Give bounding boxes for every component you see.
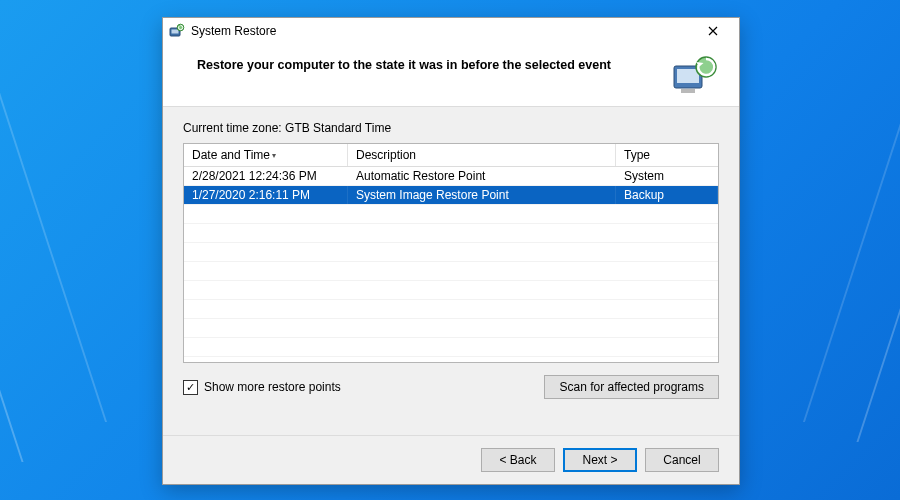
svg-rect-1 (172, 30, 179, 34)
svg-rect-5 (681, 89, 695, 93)
system-restore-icon (169, 23, 185, 39)
show-more-checkbox[interactable]: ✓ Show more restore points (183, 380, 341, 395)
next-button[interactable]: Next > (563, 448, 637, 472)
wizard-footer: < Back Next > Cancel (163, 435, 739, 484)
close-button[interactable] (693, 18, 733, 44)
column-header-date[interactable]: Date and Time▾ (184, 144, 348, 166)
table-row[interactable]: 2/28/2021 12:24:36 PM Automatic Restore … (184, 167, 718, 186)
checkbox-icon: ✓ (183, 380, 198, 395)
cell-date: 1/27/2020 2:16:11 PM (184, 186, 348, 204)
restore-points-table[interactable]: Date and Time▾ Description Type 2/28/202… (183, 143, 719, 363)
timezone-label: Current time zone: GTB Standard Time (183, 121, 719, 135)
cancel-button[interactable]: Cancel (645, 448, 719, 472)
content-area: Current time zone: GTB Standard Time Dat… (163, 107, 739, 435)
column-header-description[interactable]: Description (348, 144, 616, 166)
cell-type: Backup (616, 186, 718, 204)
svg-rect-4 (677, 69, 699, 83)
show-more-label: Show more restore points (204, 380, 341, 394)
sort-desc-icon: ▾ (272, 151, 276, 160)
system-restore-window: System Restore Restore your computer to … (162, 17, 740, 485)
column-header-type[interactable]: Type (616, 144, 718, 166)
restore-hero-icon (671, 54, 719, 98)
column-header-date-label: Date and Time (192, 148, 270, 162)
page-heading: Restore your computer to the state it wa… (197, 54, 671, 72)
cell-description: Automatic Restore Point (348, 167, 616, 185)
column-header-desc-label: Description (356, 148, 416, 162)
titlebar[interactable]: System Restore (163, 18, 739, 44)
cell-date: 2/28/2021 12:24:36 PM (184, 167, 348, 185)
table-header[interactable]: Date and Time▾ Description Type (184, 144, 718, 167)
back-button[interactable]: < Back (481, 448, 555, 472)
column-header-type-label: Type (624, 148, 650, 162)
cell-description: System Image Restore Point (348, 186, 616, 204)
table-row[interactable]: 1/27/2020 2:16:11 PM System Image Restor… (184, 186, 718, 205)
table-body: 2/28/2021 12:24:36 PM Automatic Restore … (184, 167, 718, 362)
desktop-wallpaper: System Restore Restore your computer to … (0, 0, 900, 500)
cell-type: System (616, 167, 718, 185)
header-band: Restore your computer to the state it wa… (163, 44, 739, 107)
window-title: System Restore (191, 24, 693, 38)
scan-affected-button[interactable]: Scan for affected programs (544, 375, 719, 399)
